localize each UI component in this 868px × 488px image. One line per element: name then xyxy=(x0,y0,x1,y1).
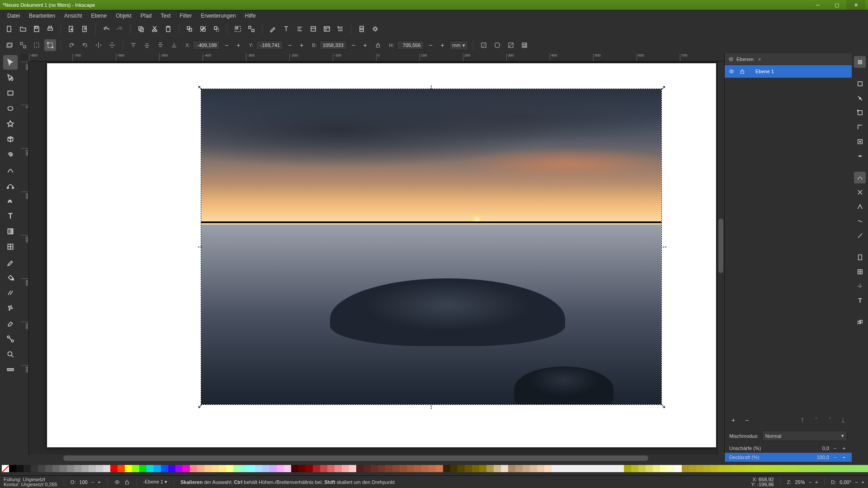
unit-select[interactable]: mm▾ xyxy=(449,41,468,50)
ellipse-tool[interactable] xyxy=(3,101,18,116)
swatch[interactable] xyxy=(624,465,631,472)
swatch[interactable] xyxy=(819,465,826,472)
lock-icon[interactable] xyxy=(739,68,745,75)
zoom-out-button[interactable]: − xyxy=(808,479,811,485)
measure-tool[interactable] xyxy=(3,362,18,377)
swatch[interactable] xyxy=(306,465,313,472)
snap-cusp-icon[interactable] xyxy=(854,201,866,212)
swatch[interactable] xyxy=(371,465,378,472)
cut-button[interactable] xyxy=(149,23,160,35)
h-input[interactable]: 705,556 xyxy=(397,41,424,50)
swatch[interactable] xyxy=(783,465,790,472)
unlink-clone-button[interactable] xyxy=(197,23,209,35)
gradient-tool[interactable] xyxy=(3,224,18,239)
pencil-tool[interactable] xyxy=(3,163,18,177)
swatch[interactable] xyxy=(233,465,241,472)
swatch[interactable] xyxy=(183,465,190,472)
lock-status-icon[interactable] xyxy=(124,479,130,485)
swatch[interactable] xyxy=(458,465,465,472)
snap-corner-icon[interactable] xyxy=(854,121,866,133)
swatch[interactable] xyxy=(537,465,544,472)
selector-tool[interactable] xyxy=(3,55,18,70)
snap-page-icon[interactable] xyxy=(854,251,866,263)
h-dec-button[interactable]: − xyxy=(426,40,436,50)
swatch[interactable] xyxy=(241,465,248,472)
swatch[interactable] xyxy=(508,465,515,472)
x-inc-button[interactable]: + xyxy=(233,40,243,50)
rotate-ccw-button[interactable] xyxy=(66,39,77,51)
layer-up-button[interactable]: ˄ xyxy=(811,415,821,425)
lock-ratio-button[interactable] xyxy=(372,39,384,51)
snap-edge-icon[interactable] xyxy=(854,107,866,118)
swatch[interactable] xyxy=(132,465,139,472)
align-button[interactable] xyxy=(294,23,306,35)
resize-handle-nw[interactable]: ↖ xyxy=(198,85,202,90)
swatch[interactable] xyxy=(595,465,602,472)
snap-bbox-icon[interactable] xyxy=(854,78,866,89)
selected-image[interactable]: ↖ ↕ ↗ ↔ ↔ ↙ ↕ ↘ xyxy=(201,89,662,405)
swatch[interactable] xyxy=(826,465,834,472)
x-input[interactable]: -409,189 xyxy=(193,41,220,50)
swatch[interactable] xyxy=(52,465,60,472)
x-dec-button[interactable]: − xyxy=(222,40,231,50)
scale-stroke-button[interactable] xyxy=(478,39,490,51)
raise-button[interactable] xyxy=(141,39,153,51)
swatch[interactable] xyxy=(248,465,255,472)
swatch[interactable] xyxy=(790,465,797,472)
swatch[interactable] xyxy=(400,465,407,472)
layer-top-button[interactable]: ⤒ xyxy=(797,415,807,425)
raise-top-button[interactable] xyxy=(127,39,139,51)
add-layer-button[interactable]: + xyxy=(728,415,738,425)
w-dec-button[interactable]: − xyxy=(349,40,359,50)
visibility-icon[interactable] xyxy=(728,68,735,75)
fill-stroke-button[interactable] xyxy=(267,23,278,35)
swatch[interactable] xyxy=(530,465,537,472)
swatch[interactable] xyxy=(414,465,421,472)
swatch[interactable] xyxy=(190,465,197,472)
paintbucket-tool[interactable] xyxy=(3,270,18,285)
swatch[interactable] xyxy=(747,465,754,472)
swatch[interactable] xyxy=(754,465,761,472)
layer-row[interactable]: Ebene 1 xyxy=(725,65,852,78)
swatch[interactable] xyxy=(255,465,262,472)
3dbox-tool[interactable] xyxy=(3,132,18,146)
print-button[interactable] xyxy=(44,23,56,35)
blur-inc-button[interactable]: + xyxy=(841,446,847,451)
swatch[interactable] xyxy=(769,465,776,472)
swatch[interactable] xyxy=(335,465,342,472)
swatch[interactable] xyxy=(501,465,508,472)
swatch[interactable] xyxy=(573,465,580,472)
swatch[interactable] xyxy=(609,465,617,472)
swatch[interactable] xyxy=(139,465,146,472)
select-same-button[interactable] xyxy=(17,39,29,51)
zoom-tool[interactable] xyxy=(3,347,18,361)
stroke-value[interactable]: Ungesetzt xyxy=(21,482,44,487)
scrollbar-horizontal[interactable] xyxy=(29,455,717,462)
swatch[interactable] xyxy=(320,465,327,472)
swatch[interactable] xyxy=(429,465,436,472)
y-dec-button[interactable]: − xyxy=(285,40,295,50)
swatch[interactable] xyxy=(31,465,38,472)
swatch[interactable] xyxy=(631,465,638,472)
swatch[interactable] xyxy=(761,465,769,472)
save-button[interactable] xyxy=(31,23,42,35)
resize-handle-ne[interactable]: ↗ xyxy=(660,85,665,90)
swatch[interactable] xyxy=(718,465,725,472)
rect-tool[interactable] xyxy=(3,86,18,100)
scale-corners-button[interactable] xyxy=(491,39,503,51)
swatch[interactable] xyxy=(602,465,609,472)
star-tool[interactable] xyxy=(3,117,18,131)
swatch[interactable] xyxy=(284,465,291,472)
deselect-button[interactable] xyxy=(31,39,42,51)
layer-bottom-button[interactable]: ⤓ xyxy=(838,415,848,425)
swatch[interactable] xyxy=(342,465,349,472)
eraser-tool[interactable] xyxy=(3,316,18,331)
swatch[interactable] xyxy=(226,465,233,472)
snap-object-icon[interactable] xyxy=(854,316,866,328)
swatch[interactable] xyxy=(363,465,371,472)
export-button[interactable] xyxy=(79,23,91,35)
swatch[interactable] xyxy=(812,465,819,472)
copy-button[interactable] xyxy=(135,23,147,35)
spiral-tool[interactable] xyxy=(3,147,18,162)
minimize-button[interactable]: ─ xyxy=(808,0,827,10)
